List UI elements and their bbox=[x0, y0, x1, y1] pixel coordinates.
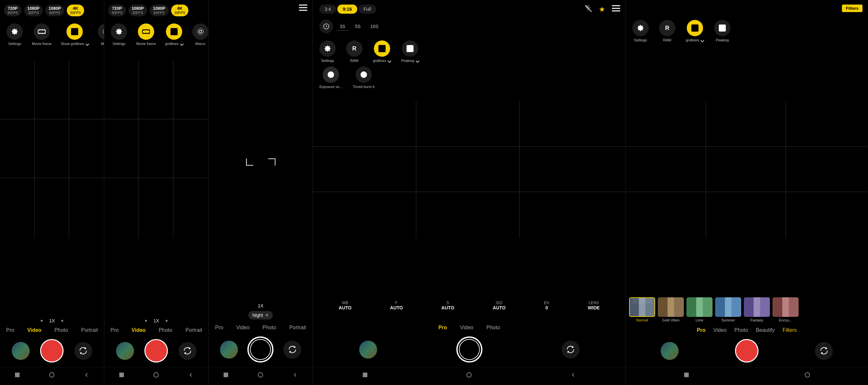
filter-summer[interactable]: Summer bbox=[715, 297, 741, 322]
filter-fantasy[interactable]: Fantasy bbox=[744, 297, 770, 322]
raw-icon-filters[interactable]: R bbox=[659, 20, 675, 36]
gallery-thumb-3[interactable] bbox=[220, 340, 238, 359]
nav-recent-3[interactable] bbox=[221, 370, 231, 380]
nav-back-2[interactable] bbox=[186, 370, 196, 380]
nav-recent-2[interactable] bbox=[117, 370, 126, 380]
mode-beautify-filters[interactable]: Beautify bbox=[756, 327, 775, 333]
flip-camera-button-2[interactable] bbox=[179, 342, 196, 360]
peaking-control[interactable]: Peaking bbox=[401, 40, 419, 63]
mode-photo-pro[interactable]: Photo bbox=[486, 325, 500, 331]
nav-back-pro[interactable] bbox=[568, 370, 578, 380]
res-1080p-60fps[interactable]: 1080P60FPS bbox=[45, 5, 64, 16]
menu-icon[interactable] bbox=[612, 5, 620, 14]
gridlines-icon-filters[interactable] bbox=[687, 20, 703, 36]
nav-back[interactable] bbox=[82, 370, 92, 380]
mode-photo-2[interactable]: Photo bbox=[159, 327, 173, 333]
macro-icon[interactable] bbox=[98, 24, 104, 40]
gridlines-control-filters[interactable]: gridlines bbox=[686, 20, 704, 42]
filter-encounter[interactable]: Encou... bbox=[773, 297, 799, 322]
timer-10s[interactable]: 10S bbox=[367, 23, 382, 30]
mode-portrait-3[interactable]: Portrait bbox=[289, 325, 306, 331]
nav-recent-pro[interactable] bbox=[360, 370, 370, 380]
res-1080p-30fps[interactable]: 1080P30FPS bbox=[24, 5, 43, 16]
res-720p-30fps[interactable]: 720P30FPS bbox=[4, 5, 22, 16]
zoom-value-3[interactable]: 1X bbox=[258, 303, 264, 308]
nav-home-2[interactable] bbox=[151, 370, 161, 380]
gallery-thumb-filters[interactable] bbox=[661, 342, 679, 360]
settings-control-pro[interactable]: Settings bbox=[319, 40, 336, 63]
record-button-2[interactable] bbox=[145, 339, 168, 362]
mode-video-2[interactable]: Video bbox=[132, 327, 146, 333]
timed-burst-icon[interactable] bbox=[355, 66, 372, 83]
flash-off-icon[interactable] bbox=[584, 5, 592, 14]
movie-frame-control-2[interactable]: Movie frame bbox=[136, 24, 156, 46]
filter-normal[interactable]: Normal bbox=[629, 297, 655, 322]
nav-home-pro[interactable] bbox=[464, 370, 474, 380]
mode-portrait-2[interactable]: Portrait bbox=[185, 327, 203, 333]
settings-icon-filters[interactable] bbox=[632, 20, 649, 36]
param-f[interactable]: F AUTO bbox=[390, 301, 403, 310]
mode-photo-filters[interactable]: Photo bbox=[734, 327, 748, 333]
raw-control-filters[interactable]: R RAW bbox=[659, 20, 675, 42]
macro-control-2[interactable]: Macro bbox=[192, 24, 209, 46]
peaking-control-filters[interactable]: Peaking bbox=[714, 20, 731, 42]
gridlines-icon-pro[interactable] bbox=[374, 40, 390, 57]
settings-icon[interactable] bbox=[6, 24, 23, 40]
mode-video-3[interactable]: Video bbox=[236, 325, 250, 331]
peaking-icon[interactable] bbox=[402, 40, 418, 57]
shutter-button-3[interactable] bbox=[247, 336, 274, 362]
mode-photo[interactable]: Photo bbox=[55, 327, 68, 333]
mode-pro-2[interactable]: Pro bbox=[111, 327, 119, 333]
timer-5s[interactable]: 5S bbox=[352, 23, 364, 30]
movie-frame-control[interactable]: Movie frame bbox=[32, 24, 52, 46]
movie-frame-icon[interactable] bbox=[34, 24, 50, 40]
mode-pro-3[interactable]: Pro bbox=[215, 325, 223, 331]
peaking-icon-filters[interactable] bbox=[714, 20, 731, 36]
mode-pro-filters[interactable]: Pro bbox=[697, 327, 706, 333]
timed-burst-control[interactable]: Timed burst 4 bbox=[353, 66, 374, 89]
res2-720p-30fps[interactable]: 720P30FPS bbox=[108, 5, 126, 16]
record-button[interactable] bbox=[40, 339, 64, 362]
ratio-full[interactable]: Full bbox=[359, 5, 376, 14]
nav-home[interactable] bbox=[47, 370, 57, 380]
settings-icon-2[interactable] bbox=[111, 24, 127, 40]
shutter-button-filters[interactable] bbox=[735, 339, 758, 362]
nav-home-filters[interactable] bbox=[803, 370, 812, 380]
param-ev[interactable]: EV 0 bbox=[544, 301, 549, 310]
gallery-thumb-2[interactable] bbox=[116, 342, 134, 360]
gridlines-control-pro[interactable]: gridlines bbox=[373, 40, 391, 63]
raw-icon[interactable]: R bbox=[346, 40, 363, 57]
flip-camera-button-filters[interactable] bbox=[815, 342, 833, 360]
mode-photo-3[interactable]: Photo bbox=[263, 325, 276, 331]
raw-control[interactable]: R RAW bbox=[346, 40, 363, 63]
res-4k-30fps[interactable]: 4K30FPS bbox=[67, 5, 85, 16]
nav-recent[interactable] bbox=[12, 370, 22, 380]
macro-icon-2[interactable] bbox=[192, 24, 209, 40]
param-wb[interactable]: WB AUTO bbox=[339, 301, 351, 310]
ratio-3-4[interactable]: 3:4 bbox=[319, 5, 336, 14]
nav-home-3[interactable] bbox=[255, 370, 265, 380]
mode-pro-pro[interactable]: Pro bbox=[438, 325, 447, 331]
gridlines-control[interactable]: Show gridlines bbox=[61, 24, 89, 46]
param-iso[interactable]: ISO AUTO bbox=[493, 301, 505, 310]
res2-1080p-30fps[interactable]: 1080P30FPS bbox=[128, 5, 147, 16]
flip-camera-button-pro[interactable] bbox=[562, 340, 580, 359]
mode-video-filters[interactable]: Video bbox=[713, 327, 726, 333]
flip-camera-button[interactable] bbox=[74, 342, 92, 360]
filter-gold-vibes[interactable]: Gold Vibes bbox=[658, 297, 684, 322]
zoom-value[interactable]: 1X bbox=[49, 318, 55, 323]
settings-icon-pro[interactable] bbox=[319, 40, 336, 57]
settings-control[interactable]: Settings bbox=[6, 24, 23, 46]
ratio-9-16[interactable]: 9:16 bbox=[337, 5, 357, 14]
mode-filters-active[interactable]: Filters bbox=[783, 327, 797, 333]
timer-clock-icon[interactable] bbox=[319, 20, 333, 33]
macro-control[interactable]: Macro bbox=[98, 24, 104, 46]
nav-back-3[interactable] bbox=[290, 370, 300, 380]
night-mode-badge[interactable]: Night ✕ bbox=[248, 311, 273, 320]
flip-camera-button-3[interactable] bbox=[283, 340, 301, 359]
filter-lime[interactable]: Lime bbox=[686, 297, 713, 322]
res2-1080p-60fps[interactable]: 1080P60FPS bbox=[150, 5, 168, 16]
param-lens[interactable]: LENS WIDE bbox=[588, 301, 600, 310]
gridlines-icon-2[interactable] bbox=[166, 24, 182, 40]
zoom-value-2[interactable]: 1X bbox=[154, 318, 159, 323]
